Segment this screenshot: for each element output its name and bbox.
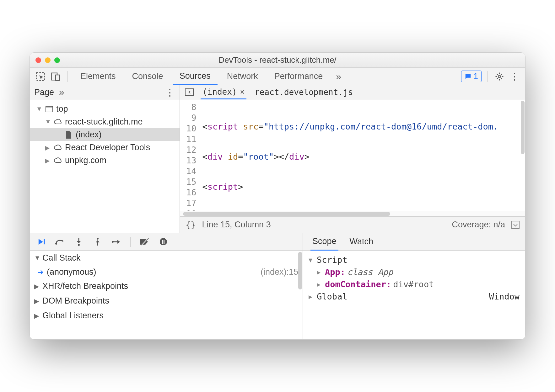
tree-row-file[interactable]: (index): [30, 128, 180, 141]
line-number[interactable]: 14: [186, 166, 197, 177]
tree-label: React Developer Tools: [65, 143, 150, 152]
navigator-tabs-overflow[interactable]: »: [54, 87, 67, 98]
line-number[interactable]: 15: [186, 177, 197, 187]
disclosure-triangle-icon[interactable]: ▼: [36, 105, 42, 113]
disclosure-triangle-icon[interactable]: ▶: [317, 281, 323, 288]
coverage-label: Coverage: n/a: [452, 220, 505, 230]
tree-label: unpkg.com: [65, 156, 106, 165]
dom-breakpoints-header[interactable]: ▶ DOM Breakpoints: [30, 294, 303, 308]
tree-row-origin-2[interactable]: ▶ unpkg.com: [30, 154, 180, 167]
svg-rect-19: [162, 240, 163, 244]
svg-rect-20: [164, 240, 164, 244]
tab-elements[interactable]: Elements: [73, 68, 123, 85]
line-gutter[interactable]: 8 9 10 11 12 13 14 15 16 17 18: [180, 99, 200, 211]
settings-icon[interactable]: [493, 72, 506, 81]
disclosure-triangle-icon[interactable]: ▶: [34, 297, 40, 305]
line-number[interactable]: 8: [186, 102, 197, 113]
line-number[interactable]: 18: [186, 209, 197, 211]
cloud-icon: [54, 144, 62, 151]
scope-section-global[interactable]: ▶ Global Window: [309, 290, 520, 303]
navigator-page-tab[interactable]: Page: [34, 87, 54, 97]
tree-row-extension[interactable]: ▶ React Developer Tools: [30, 141, 180, 154]
debugger-left: ▼ Call Stack ➔ (anonymous) (index):15 ▶ …: [30, 233, 303, 339]
toggle-navigator-icon[interactable]: [184, 88, 194, 96]
editor-tab-index[interactable]: (index) ×: [201, 85, 246, 99]
scope-body: ▼ Script ▶ App: class App ▶ domContainer…: [303, 251, 525, 339]
scope-section-script[interactable]: ▼ Script: [309, 254, 520, 266]
line-number[interactable]: 10: [186, 123, 197, 134]
device-toggle-icon[interactable]: [49, 72, 62, 81]
section-label: DOM Breakpoints: [42, 296, 109, 306]
line-number[interactable]: 11: [186, 134, 197, 145]
window-title: DevTools - react-stuck.glitch.me/: [30, 55, 525, 65]
svg-point-14: [97, 238, 99, 240]
pretty-print-icon[interactable]: {}: [186, 220, 196, 230]
tab-sources[interactable]: Sources: [173, 68, 218, 85]
code-line: <div id="root"></div>: [202, 151, 525, 162]
sources-main: Page » ⋮ ▼ top ▼ react-stuck.glitch.me: [30, 85, 525, 233]
code-area[interactable]: 8 9 10 11 12 13 14 15 16 17 18 <script s…: [180, 99, 525, 211]
scope-watch-tabs: Scope Watch: [303, 233, 525, 251]
disclosure-triangle-icon[interactable]: ▶: [309, 293, 315, 300]
line-number[interactable]: 9: [186, 113, 197, 123]
disclosure-triangle-icon[interactable]: ▶: [34, 312, 40, 320]
editor-scrollbar[interactable]: [521, 101, 525, 157]
cloud-icon: [54, 118, 62, 126]
step-over-button[interactable]: [55, 237, 65, 247]
devtools-window: DevTools - react-stuck.glitch.me/ Elemen…: [30, 52, 525, 340]
kebab-menu-icon[interactable]: ⋮: [508, 71, 521, 82]
tab-performance[interactable]: Performance: [267, 68, 330, 85]
scope-property-row[interactable]: ▶ App: class App: [309, 266, 520, 278]
separator: [487, 71, 488, 82]
editor-tab-react[interactable]: react.development.js: [253, 87, 355, 97]
navigator-more-icon[interactable]: ⋮: [165, 87, 175, 98]
disclosure-triangle-icon[interactable]: ▼: [309, 256, 315, 264]
tree-label: top: [56, 104, 68, 114]
section-label: XHR/fetch Breakpoints: [42, 281, 128, 291]
step-button[interactable]: [111, 237, 121, 247]
show-more-icon[interactable]: [511, 221, 520, 229]
separator: [130, 237, 131, 247]
scope-label: Global: [317, 292, 348, 301]
disclosure-triangle-icon[interactable]: ▼: [45, 118, 51, 125]
line-number[interactable]: 16: [186, 187, 197, 198]
tree-row-top[interactable]: ▼ top: [30, 103, 180, 115]
disclosure-triangle-icon[interactable]: ▶: [45, 144, 51, 151]
debugger-scrollbar[interactable]: [298, 252, 302, 293]
global-listeners-header[interactable]: ▶ Global Listeners: [30, 308, 303, 323]
deactivate-breakpoints-button[interactable]: [139, 237, 149, 247]
close-tab-icon[interactable]: ×: [240, 87, 245, 96]
inspect-element-icon[interactable]: [34, 72, 47, 81]
pause-on-exceptions-button[interactable]: [158, 237, 168, 247]
line-number[interactable]: 17: [186, 198, 197, 209]
tabs-overflow-button[interactable]: »: [332, 71, 345, 82]
horizontal-scrollbar[interactable]: [180, 211, 525, 216]
disclosure-triangle-icon[interactable]: ▶: [34, 283, 40, 290]
disclosure-triangle-icon[interactable]: ▶: [317, 268, 323, 276]
tree-label: (index): [76, 130, 102, 140]
navigator-header: Page » ⋮: [30, 85, 180, 99]
frame-icon: [45, 105, 54, 113]
scope-prop-name: App:: [325, 267, 345, 277]
editor-tab-label: react.development.js: [255, 87, 353, 97]
tab-console[interactable]: Console: [125, 68, 170, 85]
scrollbar-thumb[interactable]: [183, 212, 390, 216]
step-out-button[interactable]: [93, 237, 103, 247]
scope-property-row[interactable]: ▶ domContainer: div#root: [309, 278, 520, 290]
xhr-breakpoints-header[interactable]: ▶ XHR/fetch Breakpoints: [30, 279, 303, 294]
messages-badge[interactable]: 1: [461, 71, 482, 82]
disclosure-triangle-icon[interactable]: ▼: [34, 254, 40, 262]
tree-row-origin[interactable]: ▼ react-stuck.glitch.me: [30, 115, 180, 128]
step-into-button[interactable]: [74, 237, 84, 247]
line-number[interactable]: 12: [186, 145, 197, 155]
code-line: <script src="https://unpkg.com/react-dom…: [202, 121, 525, 132]
tab-network[interactable]: Network: [220, 68, 265, 85]
disclosure-triangle-icon[interactable]: ▶: [45, 157, 51, 164]
resume-button[interactable]: [36, 237, 46, 247]
call-stack-frame[interactable]: ➔ (anonymous) (index):15: [30, 265, 303, 279]
call-stack-header[interactable]: ▼ Call Stack: [30, 251, 303, 265]
tab-scope[interactable]: Scope: [310, 233, 338, 251]
tab-watch[interactable]: Watch: [348, 233, 375, 251]
svg-rect-9: [44, 239, 45, 244]
line-number[interactable]: 13: [186, 155, 197, 166]
